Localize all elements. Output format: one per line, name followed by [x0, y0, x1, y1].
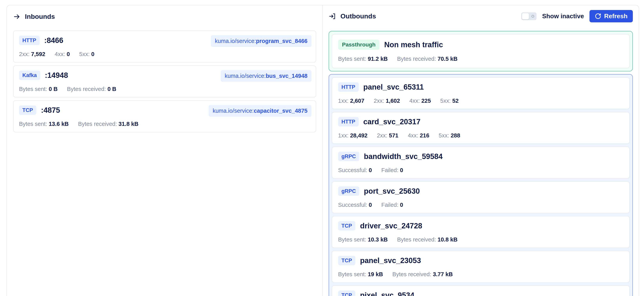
service-tag-link[interactable]: kuma.io/service:capacitor_svc_4875: [209, 105, 312, 117]
service-tag-label: kuma.io/service:: [212, 108, 254, 114]
stat-label: 5xx:: [79, 51, 90, 57]
inbound-card-top: TCP :4875 kuma.io/service:capacitor_svc_…: [19, 106, 310, 115]
protocol-badge: TCP: [19, 106, 36, 115]
outbounds-controls: Show inactive Refresh: [521, 10, 633, 22]
service-tag-value: capacitor_svc_4875: [254, 108, 308, 114]
stat-label: Bytes received:: [392, 271, 431, 278]
stat-label: 5xx:: [439, 132, 449, 138]
stat-label: 2xx:: [377, 132, 387, 138]
stat: Bytes received:31.8 kB: [78, 121, 138, 127]
inbounds-section: Inbounds HTTP :8466 kuma.io/service:prog…: [7, 5, 323, 296]
stat: Bytes sent:0 B: [19, 86, 58, 92]
inbound-card: TCP :4875 kuma.io/service:capacitor_svc_…: [13, 100, 316, 132]
outbound-service-name: bandwidth_svc_59584: [364, 152, 442, 161]
outbound-card: TCP driver_svc_24728 Bytes sent:10.3 kB …: [332, 216, 630, 248]
outbound-card: gRPC bandwidth_svc_59584 Successful:0 Fa…: [332, 147, 630, 178]
refresh-button[interactable]: Refresh: [590, 10, 633, 22]
stat-label: 4xx:: [410, 98, 420, 104]
outbound-service-name: port_svc_25630: [364, 187, 420, 196]
service-tag-value: program_svc_8466: [256, 38, 308, 44]
stat: 4xx:216: [408, 132, 429, 139]
service-tag-link[interactable]: kuma.io/service:program_svc_8466: [211, 35, 312, 47]
protocol-badge: gRPC: [338, 186, 359, 196]
stat: Failed:0: [381, 167, 403, 174]
stat-value: 0 B: [49, 86, 58, 92]
stat: Successful:0: [338, 202, 372, 208]
outbound-card-top: gRPC bandwidth_svc_59584: [338, 152, 624, 161]
stat: Bytes received:3.77 kB: [392, 271, 453, 278]
passthrough-card: Passthrough Non mesh traffic Bytes sent:…: [332, 34, 630, 68]
stat-label: Bytes received:: [397, 236, 436, 243]
outbound-stats-row: 1xx:28,492 2xx:571 4xx:216 5xx:288: [338, 132, 624, 139]
outbound-service-name: card_svc_20317: [364, 118, 421, 126]
outbound-card: TCP pixel_svc_9534: [332, 286, 630, 296]
outbound-stats-row: Successful:0 Failed:0: [338, 167, 624, 174]
stat-label: Bytes received:: [397, 56, 436, 62]
passthrough-container: Passthrough Non mesh traffic Bytes sent:…: [329, 31, 633, 71]
outbound-card-top: HTTP panel_svc_65311: [338, 82, 624, 92]
stat-value: 91.2 kB: [368, 56, 388, 62]
stat: Failed:0: [381, 202, 403, 208]
service-tag-value: bus_svc_14948: [266, 73, 308, 79]
inbound-card: Kafka :14948 kuma.io/service:bus_svc_149…: [13, 66, 316, 98]
stat: 2xx:1,602: [374, 98, 400, 104]
protocol-badge: HTTP: [338, 117, 359, 126]
stat-label: 4xx:: [408, 132, 418, 138]
outbounds-list: HTTP panel_svc_65311 1xx:2,607 2xx:1,602…: [329, 74, 633, 296]
stat-label: Bytes sent:: [19, 86, 47, 92]
stat-value: 0: [67, 51, 70, 57]
stat-value: 31.8 kB: [118, 121, 138, 127]
outbounds-section: Outbounds Show inactive Refresh: [323, 5, 639, 296]
stat-label: Successful:: [338, 167, 367, 173]
stat-label: Failed:: [381, 167, 398, 173]
stat: Successful:0: [338, 167, 372, 174]
stat-value: 13.6 kB: [49, 121, 69, 127]
outbound-card: HTTP panel_svc_65311 1xx:2,607 2xx:1,602…: [332, 77, 630, 109]
stat-label: Failed:: [381, 202, 398, 208]
protocol-badge: TCP: [338, 256, 355, 265]
stat-value: 19 kB: [368, 271, 383, 278]
stat-value: 288: [451, 132, 460, 138]
stat-value: 2,607: [350, 98, 364, 104]
protocol-badge: gRPC: [338, 152, 359, 161]
stat-label: 2xx:: [374, 98, 384, 104]
protocol-badge: Kafka: [19, 70, 40, 80]
toggle-knob: [522, 13, 529, 20]
stat-label: 4xx:: [55, 51, 65, 57]
stat-value: 10.3 kB: [368, 236, 388, 243]
stat-value: 225: [422, 98, 431, 104]
stat-value: 1,602: [386, 98, 400, 104]
stat-label: Bytes received:: [78, 121, 117, 127]
stat: 5xx:0: [79, 51, 94, 58]
stat-value: 216: [420, 132, 429, 138]
show-inactive-label: Show inactive: [542, 12, 584, 20]
stat-label: Successful:: [338, 202, 367, 208]
inbounds-list: HTTP :8466 kuma.io/service:program_svc_8…: [13, 30, 316, 132]
outbound-service-name: driver_svc_24728: [360, 222, 422, 230]
stat: 4xx:225: [410, 98, 431, 104]
service-tag-link[interactable]: kuma.io/service:bus_svc_14948: [221, 70, 312, 82]
outbound-card: TCP panel_svc_23053 Bytes sent:19 kB Byt…: [332, 251, 630, 283]
stat: 5xx:288: [439, 132, 460, 139]
stat: Bytes received:70.5 kB: [397, 56, 458, 62]
stat-label: Bytes sent:: [338, 56, 366, 62]
outbound-arrow-icon: [329, 12, 336, 20]
service-tag-label: kuma.io/service:: [225, 73, 266, 79]
inbound-card-top: HTTP :8466 kuma.io/service:program_svc_8…: [19, 36, 310, 45]
refresh-icon: [595, 13, 601, 20]
stat: 4xx:0: [55, 51, 70, 58]
outbounds-title: Outbounds: [340, 12, 376, 20]
show-inactive-toggle[interactable]: [521, 12, 536, 20]
stat: 5xx:52: [440, 98, 458, 104]
stat: Bytes received:10.8 kB: [397, 236, 458, 243]
protocol-badge: HTTP: [19, 36, 40, 45]
stat-label: Bytes sent:: [338, 271, 366, 278]
outbound-card-top: TCP panel_svc_23053: [338, 256, 624, 265]
protocol-badge: TCP: [338, 221, 355, 230]
passthrough-stats-row: Bytes sent:91.2 kB Bytes received:70.5 k…: [338, 56, 624, 62]
stat-value: 0: [369, 167, 372, 173]
stat-value: 0: [400, 167, 403, 173]
toggle-off-dot: [532, 15, 534, 18]
stat-value: 28,492: [350, 132, 368, 138]
stat-value: 10.8 kB: [438, 236, 458, 243]
